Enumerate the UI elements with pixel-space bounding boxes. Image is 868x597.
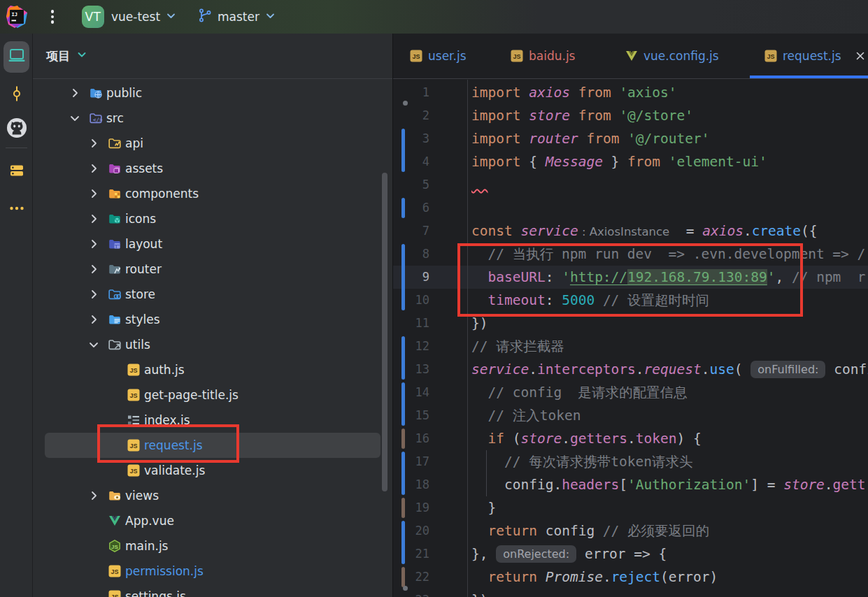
main-menu-kebab-icon[interactable] [45,7,60,27]
tree-item-assets[interactable]: assets [33,156,392,181]
code-line-7: const service : AxiosInstance = axios.cr… [471,220,818,243]
line-number: 6 [393,196,429,220]
chevron-collapsed-icon[interactable] [87,287,101,301]
tree-item-validate-js[interactable]: JSvalidate.js [33,458,392,483]
code-line-2: import store from '@/store' [471,104,693,127]
tree-item-label: src [106,106,124,131]
chevron-collapsed-icon[interactable] [87,136,101,150]
code-line-11: }) [471,312,488,335]
tree-item-get-page-title-js[interactable]: JSget-page-title.js [33,382,392,408]
git-branch-icon [197,8,213,26]
tree-item-index-js[interactable]: index.js [33,408,392,433]
chevron-down-icon [76,49,87,63]
tree-item-api[interactable]: api [33,131,392,156]
svg-text:JS: JS [767,53,774,60]
tree-item-permission-js[interactable]: JSpermission.js [33,559,392,584]
folder-utils-icon [108,338,122,352]
tree-item-label: assets [125,156,163,181]
line-number: 15 [393,404,429,427]
tree-item-app-vue[interactable]: App.vue [33,508,392,533]
code-editor[interactable]: 1import axios from 'axios'2import store … [393,80,868,597]
chevron-expanded-icon[interactable] [68,111,82,125]
tool-window-button-more-tool-windows[interactable] [3,194,29,226]
close-icon[interactable] [855,50,866,62]
tree-item-label: validate.js [144,458,205,483]
code-line-10: timeout: 5000 // 设置超时时间 [471,289,709,312]
tree-item-styles[interactable]: styles [33,307,392,332]
line-number: 16 [393,427,429,450]
tree-item-public[interactable]: public [33,80,392,106]
svg-text:</>: </> [93,117,103,123]
tree-item-main-js[interactable]: JSmain.js [33,533,392,559]
project-panel-header[interactable]: 项目 [33,34,392,79]
kebab-dot [51,10,55,13]
code-line-15: // 注入token [471,404,581,427]
tree-item-layout[interactable]: layout [33,231,392,257]
code-line-1: import axios from 'axios' [471,81,677,104]
tree-item-label: auth.js [144,357,185,382]
tab-request-js-active[interactable]: JS request.js [764,34,866,78]
chevron-collapsed-icon[interactable] [87,312,101,326]
code-line-3: import router from '@/router' [471,127,710,150]
line-number: 5 [393,173,429,196]
tab-label: request.js [783,49,841,63]
chevron-collapsed-icon[interactable] [87,187,101,201]
tool-window-button-commit[interactable] [3,80,29,111]
tab-label: baidu.js [529,49,575,63]
tab-baidu-js[interactable]: JS baidu.js [510,34,575,78]
tree-item-icons[interactable]: icons [33,206,392,231]
js-file-icon: JS [510,49,524,63]
editor-tab-bar: JS user.js JS baidu.js vue.config.js JS … [393,34,868,79]
intellij-idea-logo[interactable]: IJ [5,5,29,29]
code-line-21: }, onRejected: error => { [471,542,667,566]
folder-components-icon [108,187,122,201]
chevron-collapsed-icon[interactable] [87,489,101,503]
line-number: 10 [393,289,429,312]
svg-text:JS: JS [129,367,137,374]
code-line-17: // 每次请求携带token请求头 [471,450,692,473]
indent-guide [486,450,487,496]
tab-vue-config-js[interactable]: vue.config.js [625,34,719,78]
tool-window-button-github[interactable] [3,114,29,145]
tree-item-views[interactable]: views [33,483,392,508]
tree-item-utils[interactable]: utils [33,332,392,357]
chevron-collapsed-icon[interactable] [68,86,82,100]
project-avatar: VT [82,6,104,28]
tree-item-router[interactable]: router [33,257,392,282]
folder-store-icon [108,287,122,301]
editor-area: JS user.js JS baidu.js vue.config.js JS … [392,34,868,597]
tree-item-components[interactable]: components [33,181,392,206]
tree-item-src[interactable]: </>src [33,106,392,131]
ide-window: IJ VT vue-test master 项目 public</>srcapi… [0,0,868,597]
project-selector[interactable]: VT vue-test [82,6,176,28]
tree-item-label: index.js [144,408,190,433]
branch-selector[interactable]: master [197,6,276,28]
tab-label: vue.config.js [643,49,719,63]
chevron-expanded-icon[interactable] [87,338,101,352]
tab-user-js[interactable]: JS user.js [409,34,467,78]
tool-window-button-project[interactable] [3,41,29,73]
svg-text:JS: JS [129,392,137,399]
tree-item-request-js[interactable]: JSrequest.js [33,433,392,458]
js-file-icon: JS [409,49,423,63]
chevron-collapsed-icon[interactable] [87,212,101,226]
tool-window-bar [0,34,33,597]
chevron-collapsed-icon[interactable] [87,262,101,276]
tree-item-settings-js[interactable]: JSsettings.js [33,584,392,597]
folder-styles-icon [108,312,122,326]
tree-item-label: settings.js [125,584,186,597]
line-number: 12 [393,335,429,358]
tool-window-button-services[interactable] [3,157,29,188]
tree-item-label: styles [125,307,160,332]
tree-scrollbar-thumb[interactable] [382,173,387,491]
chevron-collapsed-icon[interactable] [87,237,101,251]
code-line-16: if (store.getters.token) { [471,427,702,450]
folder-assets-icon [108,161,122,175]
tree-item-store[interactable]: store [33,282,392,307]
tree-item-auth-js[interactable]: JSauth.js [33,357,392,382]
js-file-icon: JS [127,388,141,402]
chevron-collapsed-icon[interactable] [87,161,101,175]
laptop-icon [8,46,26,67]
tree-item-label: main.js [125,533,168,559]
kebab-dot [51,20,55,24]
